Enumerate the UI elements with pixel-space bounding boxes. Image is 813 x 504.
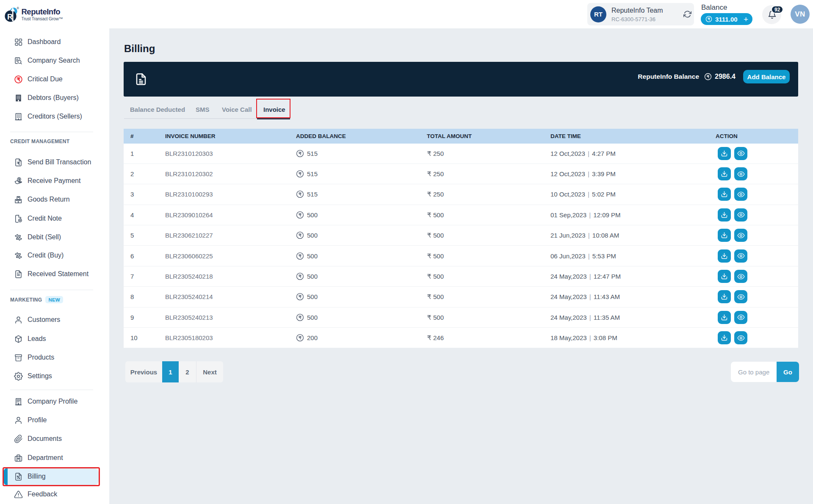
svg-text:Trust Transact Grow™: Trust Transact Grow™ [22, 17, 63, 21]
svg-text:®: ® [17, 6, 19, 10]
svg-text:ReputeInfo: ReputeInfo [22, 7, 61, 16]
svg-text:R: R [7, 13, 13, 21]
